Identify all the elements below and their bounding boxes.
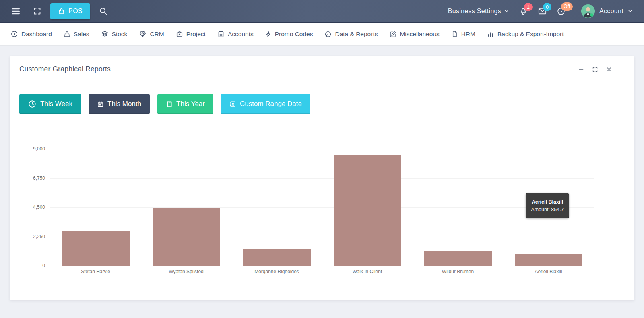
topbar-right: Business Settings 1 0 Off Account [448,4,633,19]
pos-button[interactable]: POS [50,3,90,19]
business-settings-menu[interactable]: Business Settings [448,8,509,15]
customer-bar-chart: 02,2504,5006,7509,000Stefan HarvieWyatan… [10,56,634,300]
nav-item-label: Stock [112,31,128,38]
nav-item-label: Accounts [228,31,254,38]
nav-item-label: Backup & Export-Import [497,31,564,38]
x-axis-category-label: Stefan Harvie [54,269,138,274]
chart-tooltip: Aeriell Blaxill Amount: 854.7 [526,193,569,218]
search-icon[interactable] [96,4,111,19]
bar-walk-in-client[interactable] [334,155,401,266]
nav-item-accounts[interactable]: Accounts [217,31,254,38]
y-axis-tick-label: 2,250 [17,234,45,239]
bolt-icon [265,31,272,37]
bar-wyatan-spilsted[interactable] [153,208,220,266]
gridline [50,178,594,179]
nav-item-hrm[interactable]: HRM [451,31,475,38]
nav-item-label: Promo Codes [275,31,313,38]
nav-item-stock[interactable]: Stock [101,30,128,38]
nav-item-dashboard[interactable]: Dashboard [10,30,52,38]
message-count-badge: 0 [543,3,551,11]
gem-icon [139,30,147,38]
notifications-button[interactable]: 1 [519,6,528,16]
dashboard-icon [10,30,18,38]
nav-item-miscellaneous[interactable]: Miscellaneous [389,31,439,38]
nav-item-label: HRM [461,31,475,38]
layers-icon [101,30,109,38]
account-menu[interactable]: Account [581,4,633,19]
bar-morganne-rignoldes[interactable] [243,249,311,266]
x-axis-category-label: Wilbur Brumen [416,269,500,274]
nav-item-project[interactable]: Project [176,31,206,38]
gridline [50,266,594,266]
clock-in-out-button[interactable]: Off [557,7,566,16]
messages-button[interactable]: 0 [538,6,547,16]
chevron-down-icon [627,8,633,14]
gridline [50,149,594,149]
notification-count-badge: 1 [524,3,533,11]
main-nav: DashboardSalesStockCRMProjectAccountsPro… [0,23,644,46]
chevron-down-icon [504,8,509,14]
gridline [50,237,594,237]
nav-item-label: Miscellaneous [400,31,439,38]
x-axis-category-label: Aeriell Blaxill [506,269,591,274]
pos-button-label: POS [68,8,83,15]
nav-item-label: Sales [74,31,89,38]
nav-item-label: Data & Reports [335,31,378,38]
nav-item-sales[interactable]: Sales [64,31,89,38]
x-axis-category-label: Morganne Rignoldes [235,269,319,274]
fullscreen-icon[interactable] [30,4,45,19]
x-axis-category-label: Wyatan Spilsted [144,269,229,274]
nav-item-backup-export-import[interactable]: Backup & Export-Import [487,31,564,38]
bar-aeriell-blaxill[interactable] [515,254,582,266]
business-settings-label: Business Settings [448,8,501,15]
nav-item-promo-codes[interactable]: Promo Codes [265,31,313,38]
briefcase-icon [176,31,183,38]
shopping-bag-icon [64,31,70,37]
top-navbar: POS Business Settings 1 0 Off Account [0,0,644,23]
nav-item-label: CRM [150,31,164,38]
x-axis-category-label: Walk-in Client [325,269,410,274]
pie-chart-icon [324,31,332,38]
bar-wilbur-brumen[interactable] [424,251,492,266]
y-axis-tick-label: 6,750 [17,175,45,181]
account-label: Account [599,8,623,15]
nav-item-data-reports[interactable]: Data & Reports [324,31,378,38]
tooltip-title: Aeriell Blaxill [532,199,564,205]
calculator-icon [217,31,225,38]
nav-item-label: Dashboard [21,31,52,38]
bar-chart-icon [487,31,494,38]
y-axis-tick-label: 9,000 [17,146,45,152]
y-axis-tick-label: 0 [17,263,45,268]
tooltip-value: Amount: 854.7 [531,207,564,212]
gridline [50,207,594,208]
y-axis-tick-label: 4,500 [17,204,45,210]
file-icon [451,31,458,37]
avatar [581,4,595,19]
customer-graphical-reports-card: Customer Graphical Reports This WeekThis… [10,56,634,300]
clock-status-badge: Off [561,2,572,11]
edit-icon [389,31,396,38]
nav-item-label: Project [186,31,206,38]
shopping-bag-icon [58,8,65,15]
hamburger-menu-icon[interactable] [7,3,24,20]
bar-stefan-harvie[interactable] [62,231,130,266]
nav-item-crm[interactable]: CRM [139,30,164,38]
